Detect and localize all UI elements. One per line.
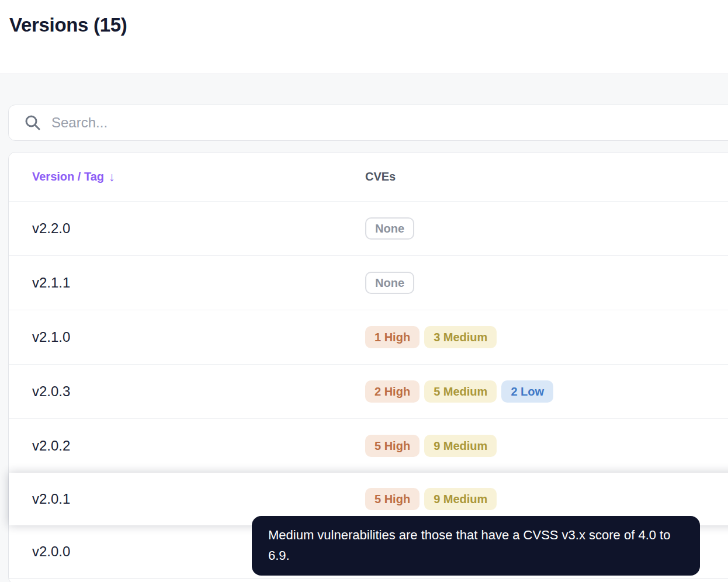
cve-badges: None — [365, 272, 728, 294]
cve-badges: 2 High5 Medium2 Low — [365, 380, 728, 403]
table-header-row: Version / Tag ↓ CVEs — [9, 153, 728, 201]
cve-badge-high[interactable]: 5 High — [365, 488, 420, 510]
cve-badge-high[interactable]: 5 High — [365, 435, 420, 457]
version-label: v2.1.0 — [32, 329, 70, 345]
table-row[interactable]: v2.1.0 1 High3 Medium — [9, 310, 728, 364]
version-label: v2.0.0 — [32, 543, 70, 559]
cve-badge-medium[interactable]: 9 Medium — [424, 488, 497, 510]
cve-badge-none[interactable]: None — [365, 217, 414, 240]
version-label: v2.0.3 — [32, 383, 70, 399]
search-input[interactable]: Search... — [8, 105, 728, 141]
search-icon — [24, 114, 41, 131]
column-header-version: Version / Tag ↓ — [9, 170, 365, 184]
table-row[interactable]: v2.1.1 None — [9, 255, 728, 310]
cve-badge-low[interactable]: 2 Low — [501, 380, 553, 403]
cve-badge-high[interactable]: 1 High — [365, 326, 420, 348]
cve-badge-none[interactable]: None — [365, 272, 414, 294]
version-label: v2.2.0 — [32, 220, 70, 236]
table-row[interactable]: v2.0.3 2 High5 Medium2 Low — [9, 364, 728, 418]
cve-badge-medium[interactable]: 9 Medium — [424, 435, 497, 457]
cve-badge-medium[interactable]: 5 Medium — [424, 380, 497, 403]
cve-badges: 1 High3 Medium — [365, 326, 728, 348]
cve-badges: 5 High9 Medium — [365, 435, 728, 457]
page-header: Versions (15) — [0, 0, 728, 74]
version-label: v2.0.2 — [32, 438, 70, 453]
version-label: v2.0.1 — [32, 491, 70, 507]
page-title: Versions (15) — [9, 14, 719, 36]
column-header-version-label: Version / Tag — [32, 170, 104, 183]
medium-cve-tooltip: Medium vulnerabilities are those that ha… — [252, 516, 700, 576]
column-header-cves: CVEs — [365, 170, 728, 183]
version-label: v2.1.1 — [32, 275, 70, 290]
cve-badge-high[interactable]: 2 High — [365, 380, 420, 403]
content-area: Search... Version / Tag ↓ CVEs v2.2.0 No… — [0, 74, 728, 582]
column-header-cves-label: CVEs — [365, 170, 396, 183]
sort-desc-icon: ↓ — [109, 170, 115, 184]
cve-badge-medium[interactable]: 3 Medium — [424, 326, 497, 348]
table-row[interactable]: v2.0.2 5 High9 Medium — [9, 418, 728, 473]
cve-badges: None — [365, 217, 728, 240]
cve-badges: 5 High9 Medium — [365, 488, 728, 510]
table-row[interactable]: v2.2.0 None — [9, 201, 728, 255]
search-placeholder: Search... — [51, 115, 108, 131]
sort-by-version-button[interactable]: Version / Tag ↓ — [32, 170, 115, 184]
